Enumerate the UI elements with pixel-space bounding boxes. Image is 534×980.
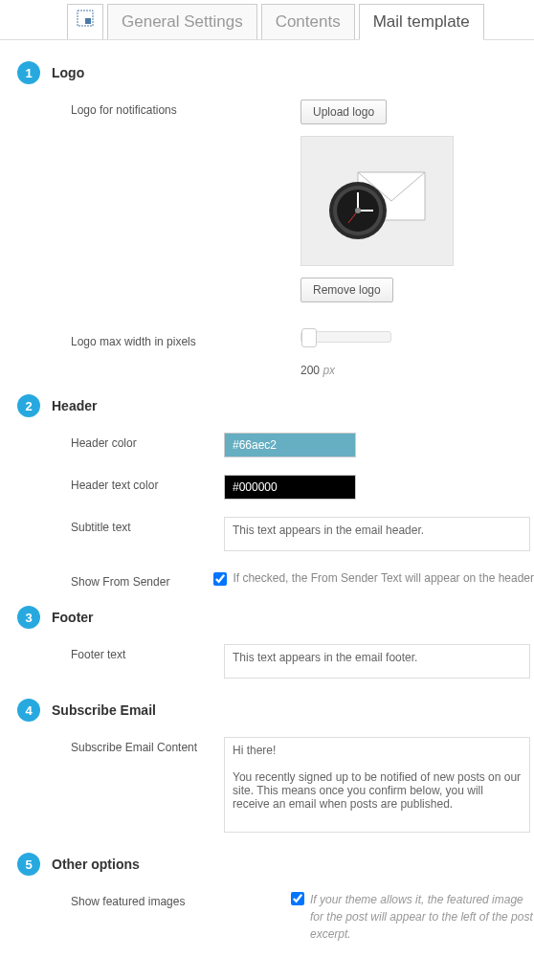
svg-point-9 <box>355 208 361 213</box>
tab-icon[interactable] <box>67 4 103 39</box>
section-badge: 2 <box>17 394 40 417</box>
section-title-subscribe: Subscribe Email <box>52 702 156 718</box>
tabs-bar: General Settings Contents Mail template <box>0 0 534 40</box>
section-other: 5 Other options Show featured images If … <box>17 853 534 943</box>
section-badge: 4 <box>17 699 40 722</box>
section-badge: 5 <box>17 853 40 876</box>
header-color-input[interactable] <box>224 433 356 457</box>
logo-width-value: 200 px <box>300 364 534 377</box>
section-logo: 1 Logo Logo for notifications Upload log… <box>17 61 534 377</box>
label-featured: Show featured images <box>71 891 224 943</box>
section-title-logo: Logo <box>52 65 84 80</box>
tab-mail-template[interactable]: Mail template <box>359 4 484 40</box>
logo-preview <box>300 136 454 266</box>
section-subscribe: 4 Subscribe Email Subscribe Email Conten… <box>17 699 534 835</box>
label-show-from: Show From Sender <box>71 571 213 589</box>
featured-checkbox[interactable] <box>291 892 304 905</box>
section-title-other: Other options <box>52 857 140 872</box>
subtitle-textarea[interactable] <box>224 517 530 551</box>
featured-desc: If your theme allows it, the featured im… <box>310 891 534 943</box>
section-header: 2 Header Header color Header text color … <box>17 394 534 589</box>
tab-general[interactable]: General Settings <box>107 4 257 39</box>
label-logo-notif: Logo for notifications <box>71 100 224 302</box>
upload-logo-button[interactable]: Upload logo <box>300 100 387 124</box>
label-subscribe-content: Subscribe Email Content <box>71 737 224 835</box>
label-footer-text: Footer text <box>71 644 224 681</box>
slider-handle[interactable] <box>301 328 317 347</box>
logo-width-slider[interactable] <box>300 331 391 343</box>
show-from-checkbox[interactable] <box>213 572 227 586</box>
show-from-desc: If checked, the From Sender Text will ap… <box>233 571 534 585</box>
section-title-header: Header <box>52 398 97 413</box>
tab-contents[interactable]: Contents <box>261 4 355 39</box>
label-header-text-color: Header text color <box>71 475 224 500</box>
remove-logo-button[interactable]: Remove logo <box>300 278 393 302</box>
section-badge: 1 <box>17 61 40 84</box>
stamp-icon <box>76 9 95 28</box>
svg-rect-1 <box>85 18 91 24</box>
header-text-color-input[interactable] <box>224 475 356 500</box>
section-footer: 3 Footer Footer text <box>17 606 534 681</box>
section-title-footer: Footer <box>52 610 94 625</box>
label-header-color: Header color <box>71 433 224 457</box>
subscribe-content-textarea[interactable] <box>224 737 530 833</box>
section-badge: 3 <box>17 606 40 629</box>
logo-preview-image <box>320 158 434 244</box>
footer-textarea[interactable] <box>224 644 530 679</box>
label-logo-width: Logo max width in pixels <box>71 331 224 377</box>
label-subtitle: Subtitle text <box>71 517 224 554</box>
